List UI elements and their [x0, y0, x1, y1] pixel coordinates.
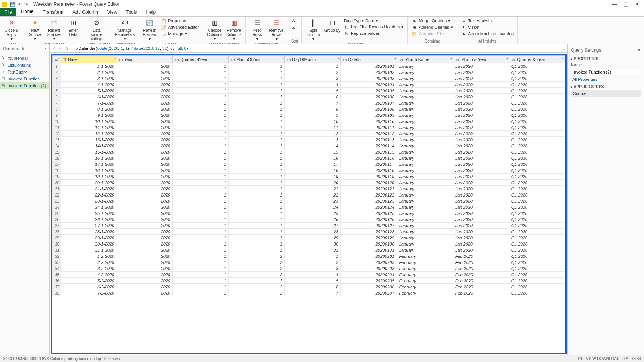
cell[interactable]: Jan 2020	[453, 229, 509, 235]
cell[interactable]: 20200113	[341, 137, 397, 143]
cell[interactable]: Q1 2020	[509, 186, 565, 192]
cell[interactable]: February	[397, 290, 453, 296]
table-row[interactable]: 2424-1-20202020112420200124JanuaryJan 20…	[53, 204, 565, 210]
cell[interactable]: 20200107	[341, 100, 397, 106]
cell[interactable]: 2020	[117, 186, 173, 192]
cell[interactable]: 1	[173, 265, 229, 272]
cell[interactable]: 1	[173, 106, 229, 112]
table-row[interactable]: 2727-1-20202020112720200127JanuaryJan 20…	[53, 223, 565, 229]
row-number[interactable]: 9	[53, 112, 61, 118]
cell[interactable]: 21	[285, 186, 341, 192]
row-number[interactable]: 6	[53, 94, 61, 100]
cell[interactable]: 15-1-2020	[61, 149, 117, 155]
cell[interactable]: 1	[173, 124, 229, 131]
cell[interactable]: 2020	[117, 216, 173, 223]
cell[interactable]: 2020	[117, 63, 173, 69]
cell[interactable]: Jan 2020	[453, 204, 509, 210]
cell[interactable]: 1	[173, 118, 229, 124]
cell[interactable]: Jan 2020	[453, 143, 509, 149]
cell[interactable]: 1	[173, 149, 229, 155]
cell[interactable]: 31	[285, 247, 341, 253]
split-column-button[interactable]: ╫Split Column ▾	[304, 18, 322, 42]
cell[interactable]: Jan 2020	[453, 167, 509, 174]
merge-queries-button[interactable]: ⊕Merge Queries ▾	[410, 18, 455, 24]
table-row[interactable]: 1414-1-20202020111420200114JanuaryJan 20…	[53, 143, 565, 149]
sort-desc-button[interactable]: Z↓	[291, 24, 299, 30]
cell[interactable]: 2020	[117, 112, 173, 118]
data-grid[interactable]: ⊞📅Date▾1²₃Year▾1²₃QuarterOfYear▾1²₃Month…	[51, 54, 567, 354]
cell[interactable]: Q1 2020	[509, 131, 565, 137]
cell[interactable]: 1	[173, 284, 229, 290]
row-number[interactable]: 22	[53, 192, 61, 198]
cell[interactable]: 23	[285, 198, 341, 204]
cell[interactable]: January	[397, 216, 453, 223]
tab-tools[interactable]: Tools	[122, 8, 141, 16]
row-number[interactable]: 1	[53, 63, 61, 69]
cell[interactable]: 2020	[117, 253, 173, 259]
cell[interactable]: 2020	[117, 284, 173, 290]
cell[interactable]: 5	[285, 278, 341, 284]
cell[interactable]: 2020	[117, 137, 173, 143]
cell[interactable]: 20200117	[341, 161, 397, 167]
cell[interactable]: 1	[229, 198, 285, 204]
cell[interactable]: 1	[229, 180, 285, 186]
cell[interactable]: 1	[173, 229, 229, 235]
cell[interactable]: 2020	[117, 69, 173, 75]
cell[interactable]: 20200125	[341, 210, 397, 216]
data-type-button[interactable]: Data Type: Date ▾	[342, 18, 405, 23]
cell[interactable]: Feb 2020	[453, 284, 509, 290]
cell[interactable]: 9-1-2020	[61, 112, 117, 118]
choose-columns-button[interactable]: ▥Choose Columns ▾	[205, 18, 224, 42]
cell[interactable]: 13	[285, 137, 341, 143]
cell[interactable]: Jan 2020	[453, 155, 509, 161]
cell[interactable]: Jan 2020	[453, 131, 509, 137]
cell[interactable]: 29	[285, 235, 341, 241]
cell[interactable]: Jan 2020	[453, 241, 509, 247]
cell[interactable]: January	[397, 198, 453, 204]
vision-button[interactable]: 👁Vision	[460, 24, 515, 30]
cell[interactable]: 28	[285, 229, 341, 235]
cell[interactable]: 1	[173, 167, 229, 174]
row-number[interactable]: 14	[53, 143, 61, 149]
cell[interactable]: 26	[285, 216, 341, 223]
cell[interactable]: 3	[285, 75, 341, 82]
remove-columns-button[interactable]: ▥Remove Columns ▾	[225, 18, 243, 42]
cell[interactable]: 1	[173, 82, 229, 88]
table-row[interactable]: 22-1-2020202011220200102JanuaryJan 2020Q…	[53, 69, 565, 75]
row-number[interactable]: 4	[53, 82, 61, 88]
cell[interactable]: 2020	[117, 149, 173, 155]
cell[interactable]: January	[397, 88, 453, 94]
cell[interactable]: 20200102	[341, 69, 397, 75]
cell[interactable]: 1	[173, 63, 229, 69]
table-row[interactable]: 343-2-2020202012320200203FebruaryFeb 202…	[53, 265, 565, 272]
table-row[interactable]: 1010-1-20202020111020200110JanuaryJan 20…	[53, 118, 565, 124]
cell[interactable]: Q1 2020	[509, 63, 565, 69]
cell[interactable]: 1	[173, 198, 229, 204]
formula-text[interactable]: = fxCalendar(#date(2020, 1, 1), #date(20…	[72, 46, 559, 51]
data-source-settings-button[interactable]: ⚙Data source settings	[87, 18, 106, 42]
cell[interactable]: January	[397, 69, 453, 75]
cell[interactable]: 20	[285, 180, 341, 186]
cell[interactable]: January	[397, 210, 453, 216]
cell[interactable]: Jan 2020	[453, 174, 509, 180]
cell[interactable]: 10-1-2020	[61, 118, 117, 124]
cell[interactable]: 1	[173, 100, 229, 106]
cell[interactable]: 1	[173, 259, 229, 265]
cell[interactable]: 1	[229, 82, 285, 88]
cell[interactable]: 2020	[117, 82, 173, 88]
cell[interactable]: 1	[229, 235, 285, 241]
cell[interactable]: January	[397, 192, 453, 198]
cell[interactable]: 2020	[117, 290, 173, 296]
cell[interactable]: Jan 2020	[453, 192, 509, 198]
cell[interactable]: 20200203	[341, 265, 397, 272]
cell[interactable]: Q1 2020	[509, 149, 565, 155]
table-row[interactable]: 77-1-2020202011720200107JanuaryJan 2020Q…	[53, 100, 565, 106]
cell[interactable]: 1	[173, 143, 229, 149]
cell[interactable]: 21-1-2020	[61, 186, 117, 192]
cell[interactable]: 1	[229, 149, 285, 155]
cell[interactable]: Jan 2020	[453, 106, 509, 112]
cell[interactable]: 20200205	[341, 278, 397, 284]
cell[interactable]: 2020	[117, 210, 173, 216]
cell[interactable]: 2020	[117, 106, 173, 112]
cell[interactable]: 1	[229, 124, 285, 131]
